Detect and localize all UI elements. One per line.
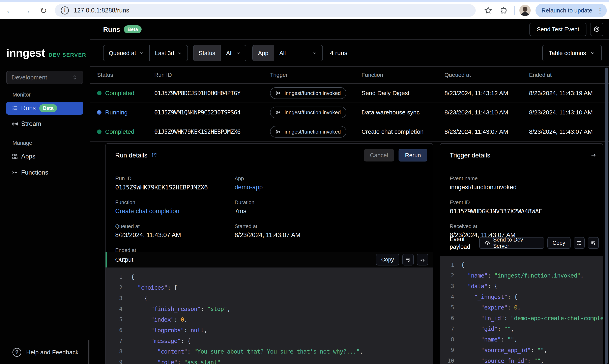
scroll-to-bottom-button[interactable]: [417, 254, 428, 265]
run-details-title-text: Run details: [115, 152, 147, 159]
field-event-id: Event ID 01J5Z9WHDGKJNV337X2WA48WAE: [450, 199, 593, 215]
cloud-download-icon: [484, 240, 490, 246]
status-filter-dropdown[interactable]: All: [221, 45, 246, 61]
table-row[interactable]: Completed 01J5Z9WP8DCJSD1H0H0H04PTGY inn…: [90, 84, 609, 103]
sidebar-item-functions[interactable]: Functions: [6, 166, 83, 179]
sidebar-scrollbar[interactable]: [88, 340, 89, 364]
code-line: 6 "fn_id": "demo-app-create-chat-complet…: [440, 313, 603, 323]
help-and-feedback[interactable]: ? Help and Feedback: [13, 348, 79, 357]
event-payload-title: Event payload: [450, 235, 479, 251]
environment-selector[interactable]: Development: [6, 71, 83, 84]
chevron-down-icon: [178, 51, 182, 55]
function-cell: Send Daily Digest: [361, 90, 444, 97]
code-text: "source_app_id": "",: [461, 347, 547, 353]
output-copy-button[interactable]: Copy: [376, 254, 399, 265]
code-line: 6 "logprobs": null,: [106, 325, 433, 336]
run-details-panel: Run details Cancel Rerun Run ID 01J5Z9WH…: [105, 143, 433, 364]
status-text: Running: [105, 109, 128, 116]
send-test-event-button[interactable]: Send Test Event: [529, 23, 586, 36]
event-id-label: Event ID: [450, 199, 593, 206]
table-row[interactable]: Completed 01J5Z9WHK79KEK1S2HEBPJMZX6 inn…: [90, 122, 609, 142]
url-bar[interactable]: i 127.0.0.1:8288/runs: [55, 4, 476, 17]
time-range-value: Last 3d: [155, 50, 174, 56]
url-text[interactable]: 127.0.0.1:8288/runs: [74, 7, 129, 14]
reload-icon[interactable]: ↻: [36, 3, 51, 18]
code-text: "message": {: [131, 338, 191, 344]
col-function: Function: [361, 72, 444, 78]
app-link[interactable]: demo-app: [235, 184, 423, 191]
col-run-id: Run ID: [154, 72, 270, 78]
window-scrollbar[interactable]: [605, 67, 608, 364]
main-content: Runs Beta Send Test Event Queued at Last…: [90, 19, 609, 364]
line-number: 4: [106, 306, 131, 312]
code-line: 10 "source_fn_id": "",: [440, 355, 603, 364]
sidebar-item-runs[interactable]: Runs Beta: [6, 102, 83, 115]
payload-word-wrap-button[interactable]: [574, 237, 585, 249]
code-text: "role": "assistant": [131, 359, 220, 364]
line-number: 9: [106, 359, 131, 364]
trigger-details-fields: Event name inngest/function.invoked Even…: [440, 167, 603, 239]
payload-scroll-bottom-button[interactable]: [588, 237, 599, 249]
function-link[interactable]: Create chat completion: [115, 208, 235, 215]
back-icon[interactable]: ←: [2, 3, 17, 18]
page-beta-badge: Beta: [124, 25, 142, 33]
inngest-logo: inngest: [6, 46, 45, 59]
output-code-block[interactable]: 1{2 "choices": [3 {4 "finish_reason": "s…: [106, 268, 433, 364]
word-wrap-button[interactable]: [402, 254, 414, 265]
extensions-puzzle-icon[interactable]: [498, 4, 510, 16]
avatar-head: [523, 7, 527, 12]
sidebar-item-apps[interactable]: Apps: [6, 150, 83, 163]
chevron-down-icon: [236, 51, 241, 55]
settings-gear-button[interactable]: [590, 23, 603, 36]
code-line: 8 "name": "",: [440, 334, 603, 345]
time-range-dropdown[interactable]: Last 3d: [149, 45, 187, 61]
relaunch-to-update-button[interactable]: Relaunch to update ⋮: [536, 4, 607, 17]
event-payload-code-block[interactable]: 1{2 "name": "inngest/function.invoked",3…: [440, 256, 603, 364]
table-columns-button[interactable]: Table columns: [542, 45, 602, 61]
line-number: 3: [106, 295, 131, 301]
code-text: {: [131, 273, 134, 280]
trigger-pill[interactable]: inngest/function.invoked: [270, 107, 346, 118]
event-payload-header: Event payload Send to Dev Server Copy: [440, 230, 603, 256]
field-queued-at: Queued at 8/23/2024, 11:43:07 AM: [115, 223, 235, 239]
table-row[interactable]: Running 01J5Z9WM1QN4NP9C5230TSPS64 innge…: [90, 103, 609, 122]
event-name-label: Event name: [450, 175, 593, 182]
event-payload-title-line2: payload: [450, 243, 479, 251]
sidebar-item-stream[interactable]: Stream: [6, 117, 83, 130]
collapse-panel-button[interactable]: [591, 152, 597, 158]
forward-icon[interactable]: →: [19, 3, 34, 18]
run-id-cell: 01J5Z9WP8DCJSD1H0H0H04PTGY: [154, 90, 270, 97]
external-link-icon[interactable]: [151, 152, 157, 158]
queued-at-value: 8/23/2024, 11:43:07 AM: [115, 232, 235, 239]
time-field-dropdown[interactable]: Queued at: [104, 45, 149, 61]
run-id-cell: 01J5Z9WM1QN4NP9C5230TSPS64: [154, 109, 270, 116]
table-columns-label: Table columns: [549, 50, 586, 56]
code-line: 2 "choices": [: [106, 282, 433, 293]
function-cell: Data warehouse sync: [361, 109, 444, 116]
browser-menu-kebab-icon[interactable]: ⋮: [597, 6, 604, 14]
scroll-bottom-icon: [420, 257, 425, 262]
gear-icon: [593, 26, 600, 33]
status-text: Completed: [105, 128, 134, 135]
rerun-button[interactable]: Rerun: [399, 149, 427, 161]
send-to-dev-server-button[interactable]: Send to Dev Server: [479, 237, 544, 249]
bookmark-star-icon[interactable]: [482, 4, 494, 16]
code-text: "choices": [: [131, 284, 177, 291]
trigger-pill[interactable]: inngest/function.invoked: [270, 87, 346, 99]
code-text: "fn_id": "demo-app-create-chat-completio…: [461, 315, 603, 322]
profile-avatar[interactable]: [519, 5, 531, 16]
status-filter-label: Status: [194, 45, 221, 61]
page-title: Runs: [103, 26, 120, 33]
line-number: 10: [440, 358, 461, 364]
run-status-cell: Completed: [97, 128, 154, 135]
site-info-icon[interactable]: i: [61, 6, 69, 14]
trigger-cell: inngest/function.invoked: [270, 87, 361, 99]
invoke-signal-icon: [276, 129, 281, 135]
trigger-pill[interactable]: inngest/function.invoked: [270, 126, 346, 138]
run-id-value: 01J5Z9WHK79KEK1S2HEBPJMZX6: [115, 184, 235, 191]
payload-copy-button[interactable]: Copy: [547, 237, 570, 249]
code-text: "content": "You sure about that? You sur…: [131, 348, 363, 355]
app-filter-dropdown[interactable]: All: [274, 45, 322, 61]
function-cell: Create chat completion: [361, 128, 444, 135]
cancel-button[interactable]: Cancel: [364, 149, 394, 161]
